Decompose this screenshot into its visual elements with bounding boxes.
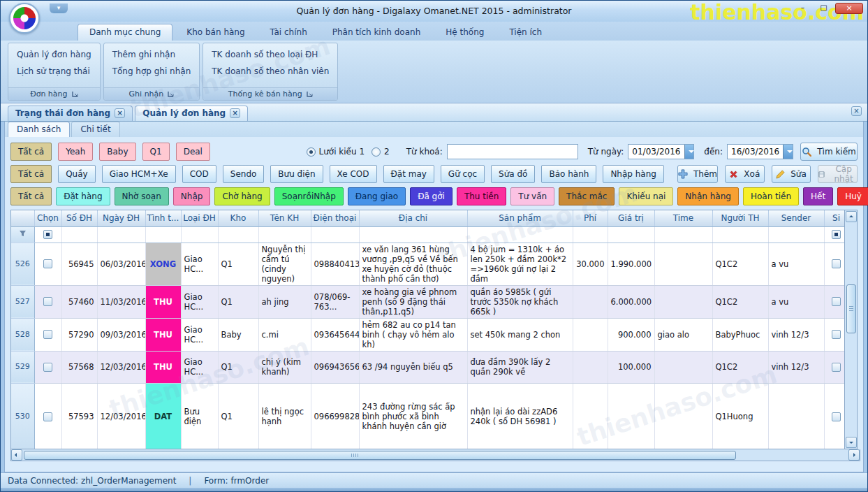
- tab-close-icon[interactable]: ×: [230, 108, 240, 118]
- column-header[interactable]: Số ĐH: [61, 210, 97, 226]
- filter-cell[interactable]: [359, 226, 467, 243]
- chevron-down-icon[interactable]: [783, 145, 793, 159]
- filter-status-button[interactable]: Khiếu nại: [619, 187, 673, 205]
- filter-status-button[interactable]: SoạnrồiNhập: [274, 187, 344, 205]
- ribbon-item[interactable]: TK doanh số theo nhân viên: [207, 63, 333, 80]
- add-button[interactable]: Thêm: [677, 165, 718, 183]
- checkbox[interactable]: [832, 230, 841, 239]
- ribbon-tab[interactable]: Danh mục chung: [78, 24, 172, 41]
- delete-button[interactable]: Xoá: [725, 165, 765, 183]
- tab-close-icon[interactable]: ×: [115, 108, 125, 118]
- filter-cell[interactable]: [573, 226, 608, 243]
- app-logo-orb[interactable]: [9, 3, 40, 34]
- filter-status-button[interactable]: Nhờ soạn: [115, 187, 169, 205]
- edit-button[interactable]: Sửa: [772, 165, 811, 183]
- filter-type-button[interactable]: Quầy: [58, 165, 96, 183]
- filter-status-button[interactable]: Chờ hàng: [214, 187, 270, 205]
- filter-cell[interactable]: [145, 226, 181, 243]
- row-checkbox[interactable]: [832, 412, 841, 421]
- column-header[interactable]: Giá trị: [608, 210, 654, 226]
- from-date-picker[interactable]: 01/03/2016: [628, 144, 694, 159]
- filter-type-button[interactable]: Sendo: [223, 165, 265, 183]
- chevron-down-icon[interactable]: [684, 145, 694, 159]
- ribbon-tab[interactable]: Phân tích kinh doanh: [321, 24, 432, 41]
- filter-status-button[interactable]: Đã gởi: [410, 187, 453, 205]
- column-header[interactable]: Loại ĐH: [181, 210, 218, 226]
- ribbon-tab[interactable]: Kho bán hàng: [175, 24, 256, 41]
- filter-type-button[interactable]: Nhập hàng: [603, 165, 664, 183]
- column-header[interactable]: Địa chỉ: [359, 210, 467, 226]
- column-header[interactable]: Kho: [218, 210, 258, 226]
- filter-type-button[interactable]: Xe COD: [330, 165, 377, 183]
- minimize-button[interactable]: –: [793, 3, 812, 14]
- scroll-up-icon[interactable]: [846, 211, 857, 222]
- ribbon-tab[interactable]: Tiện ích: [498, 24, 553, 41]
- filter-cell[interactable]: [654, 226, 712, 243]
- search-button[interactable]: Tìm kiếm: [800, 143, 858, 161]
- filter-cell[interactable]: [712, 226, 768, 243]
- row-checkbox[interactable]: [832, 330, 841, 339]
- dialog-launcher-icon[interactable]: [168, 91, 174, 97]
- table-row[interactable]: 529 57568 12/03/2016 THU Giao HC... Q1 c…: [11, 351, 845, 383]
- table-row[interactable]: 526 56945 06/03/2016 XONG Giao HC... Q1 …: [11, 243, 845, 285]
- row-checkbox[interactable]: [43, 259, 52, 268]
- filter-status-button[interactable]: Đang giao: [348, 187, 406, 205]
- filter-cell[interactable]: [608, 226, 654, 243]
- grid-style-radio-1[interactable]: [307, 147, 316, 157]
- filter-type-button[interactable]: Sửa đồ: [491, 165, 535, 183]
- column-header[interactable]: Phí: [573, 210, 608, 226]
- filter-cell[interactable]: [311, 226, 359, 243]
- filter-brand-button[interactable]: Deal: [176, 143, 210, 161]
- filter-status-button[interactable]: Tư vấn: [510, 187, 554, 205]
- filter-type-button[interactable]: Giao HCM+Xe: [102, 165, 176, 183]
- row-checkbox[interactable]: [43, 412, 52, 421]
- ribbon-item[interactable]: TK doanh số theo loại ĐH: [207, 46, 333, 63]
- dialog-launcher-icon[interactable]: [307, 91, 313, 97]
- ribbon-tab[interactable]: Hệ thống: [434, 24, 495, 41]
- filter-cell[interactable]: [768, 226, 824, 243]
- filter-cell-si[interactable]: [824, 226, 845, 243]
- row-checkbox[interactable]: [43, 330, 52, 339]
- column-header[interactable]: Tình t...: [145, 210, 181, 226]
- column-header[interactable]: Người TH: [712, 210, 768, 226]
- ribbon-item[interactable]: Thêm ghi nhận: [108, 46, 196, 63]
- scroll-left-icon[interactable]: [11, 449, 22, 461]
- column-header[interactable]: Sản phẩm: [467, 210, 573, 226]
- scroll-down-icon[interactable]: [846, 437, 857, 448]
- filter-brand-button[interactable]: Q1: [142, 143, 170, 161]
- tab-chi-tiet[interactable]: Chi tiết: [71, 122, 119, 137]
- column-header[interactable]: Ngày ĐH: [97, 210, 145, 226]
- filter-status-button[interactable]: Hết: [803, 187, 833, 205]
- column-header[interactable]: Chọn: [34, 210, 61, 226]
- filter-cell[interactable]: [467, 226, 573, 243]
- table-row[interactable]: 528 57290 09/03/2016 THU Giao HC... Baby…: [11, 318, 845, 351]
- filter-brand-button[interactable]: Baby: [99, 143, 135, 161]
- close-button[interactable]: ×: [835, 3, 863, 14]
- filter-cell[interactable]: [258, 226, 311, 243]
- filter-status-button[interactable]: Tất cả: [10, 187, 52, 205]
- to-date-picker[interactable]: 16/03/2016: [727, 144, 793, 159]
- filter-type-button[interactable]: Tất cả: [10, 165, 52, 183]
- vertical-scroll-thumb[interactable]: [846, 284, 856, 333]
- update-button[interactable]: Cập nhật: [818, 165, 858, 183]
- doc-tab-quan-ly-don-hang[interactable]: Quản lý đơn hàng ×: [135, 106, 248, 121]
- column-header[interactable]: Điện thoại: [311, 210, 359, 226]
- ribbon-item[interactable]: Tổng hợp ghi nhận: [108, 63, 196, 80]
- filter-brand-button[interactable]: Tất cả: [10, 143, 52, 161]
- filter-cell[interactable]: [97, 226, 145, 243]
- filter-status-button[interactable]: Thắc mắc: [559, 187, 615, 205]
- checkbox[interactable]: [43, 230, 52, 239]
- scroll-right-icon[interactable]: [848, 449, 860, 461]
- filter-cell[interactable]: [181, 226, 218, 243]
- column-header[interactable]: Time: [654, 210, 712, 226]
- ribbon-item[interactable]: Quản lý đơn hàng: [13, 46, 96, 63]
- horizontal-scrollbar[interactable]: [10, 449, 860, 461]
- table-row[interactable]: 530 57593 12/03/2016 DAT Bưu điện Q1 lê …: [11, 383, 845, 449]
- doc-tab-trang-thai-don-hang[interactable]: Trạng thái đơn hàng ×: [8, 106, 133, 121]
- row-checkbox[interactable]: [43, 363, 52, 372]
- tab-danh-sach[interactable]: Danh sách: [8, 122, 70, 137]
- row-checkbox[interactable]: [832, 363, 841, 372]
- filter-type-button[interactable]: Đặt may: [383, 165, 434, 183]
- grid-style-radio-2[interactable]: [372, 147, 381, 157]
- row-checkbox[interactable]: [43, 297, 52, 306]
